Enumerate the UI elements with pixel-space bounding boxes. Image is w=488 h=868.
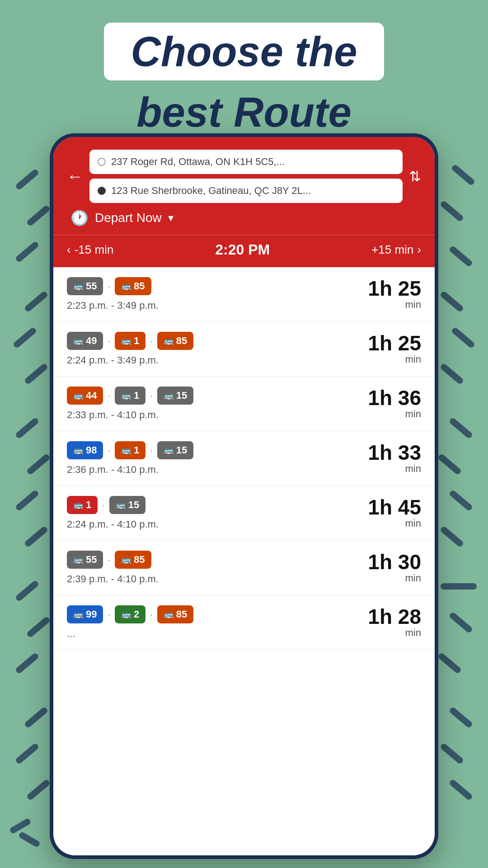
route-badge: 🚌1 xyxy=(67,496,98,514)
route-item[interactable]: 🚌1·🚌152:24 p.m. - 4:10 p.m.1h 45min xyxy=(53,486,435,541)
route-item[interactable]: 🚌98·🚌1·🚌152:36 p.m. - 4:10 p.m.1h 33min xyxy=(53,431,435,486)
destination-text: 123 Rue Sherbrooke, Gatineau, QC J8Y 2L.… xyxy=(111,185,311,197)
route-left: 🚌98·🚌1·🚌152:36 p.m. - 4:10 p.m. xyxy=(67,441,193,476)
swap-button[interactable]: ⇅ xyxy=(409,168,421,185)
bus-icon: 🚌 xyxy=(73,500,83,510)
time-minus-label: -15 min xyxy=(75,243,114,257)
route-left: 🚌49·🚌1·🚌852:24 p.m. - 3:49 p.m. xyxy=(67,332,193,366)
destination-dot-icon xyxy=(98,187,106,195)
app-header: ← 237 Roger Rd, Ottawa, ON K1H 5C5,... 1… xyxy=(53,137,435,235)
route-badges: 🚌99·🚌2·🚌85 xyxy=(67,605,193,623)
badge-separator: · xyxy=(150,609,153,620)
bus-icon: 🚌 xyxy=(73,555,83,565)
route-item[interactable]: 🚌99·🚌2·🚌85...1h 28min xyxy=(53,595,435,650)
route-time-range: 2:24 p.m. - 3:49 p.m. xyxy=(67,354,193,366)
phone-screen: ← 237 Roger Rd, Ottawa, ON K1H 5C5,... 1… xyxy=(53,137,435,855)
duration-bold: 1h 28 xyxy=(368,606,421,627)
badge-number: 85 xyxy=(134,554,145,566)
badge-number: 99 xyxy=(86,609,97,620)
clock-icon: 🕐 xyxy=(70,209,89,226)
badge-separator: · xyxy=(108,555,110,565)
route-right: 1h 36min xyxy=(368,387,421,420)
route-badge: 🚌15 xyxy=(157,387,193,405)
badge-number: 55 xyxy=(86,280,97,292)
bus-icon: 🚌 xyxy=(73,281,83,291)
badge-separator: · xyxy=(108,281,110,292)
bus-icon: 🚌 xyxy=(164,336,174,346)
header-box: Choose the xyxy=(104,23,385,80)
badge-number: 85 xyxy=(134,280,145,292)
badge-separator: · xyxy=(108,445,110,456)
bus-icon: 🚌 xyxy=(121,555,131,565)
duration-min: min xyxy=(368,572,421,584)
badge-number: 1 xyxy=(134,444,139,456)
duration-bold: 1h 33 xyxy=(368,442,421,463)
duration-bold: 1h 45 xyxy=(368,497,421,518)
swap-icon: ⇅ xyxy=(409,168,421,185)
route-badge: 🚌49 xyxy=(67,332,103,350)
route-item[interactable]: 🚌49·🚌1·🚌852:24 p.m. - 3:49 p.m.1h 25min xyxy=(53,322,435,377)
time-minus-button[interactable]: ‹ -15 min xyxy=(67,243,113,257)
bus-icon: 🚌 xyxy=(121,609,131,619)
route-badge: 🚌15 xyxy=(109,496,145,514)
badge-separator: · xyxy=(150,391,153,401)
badge-number: 44 xyxy=(86,390,97,401)
route-badge: 🚌1 xyxy=(115,441,145,459)
origin-text: 237 Roger Rd, Ottawa, ON K1H 5C5,... xyxy=(111,156,285,168)
bus-icon: 🚌 xyxy=(73,391,83,401)
time-nav: ‹ -15 min 2:20 PM +15 min › xyxy=(53,235,435,267)
badge-separator: · xyxy=(150,336,153,346)
time-plus-button[interactable]: +15 min › xyxy=(371,243,421,257)
heading-line1: Choose the xyxy=(131,31,357,72)
duration-min: min xyxy=(368,299,421,311)
phone-mockup: ← 237 Roger Rd, Ottawa, ON K1H 5C5,... 1… xyxy=(50,133,438,859)
badge-separator: · xyxy=(108,609,110,620)
route-time-range: 2:39 p.m. - 4:10 p.m. xyxy=(67,573,159,585)
badge-number: 85 xyxy=(176,609,187,620)
route-badges: 🚌1·🚌15 xyxy=(67,496,159,514)
bus-icon: 🚌 xyxy=(121,445,131,455)
route-item[interactable]: 🚌44·🚌1·🚌152:33 p.m. - 4:10 p.m.1h 36min xyxy=(53,377,435,431)
bus-icon: 🚌 xyxy=(164,609,174,619)
route-badge: 🚌1 xyxy=(115,332,145,350)
heading-line2: best Route xyxy=(136,90,351,135)
duration-bold: 1h 30 xyxy=(368,552,421,572)
chevron-left-icon: ‹ xyxy=(67,243,71,257)
chevron-down-icon[interactable]: ▾ xyxy=(168,212,174,224)
badge-number: 2 xyxy=(134,609,139,620)
search-row: ← 237 Roger Rd, Ottawa, ON K1H 5C5,... 1… xyxy=(67,150,421,203)
origin-dot-icon xyxy=(98,158,106,166)
route-left: 🚌55·🚌852:23 p.m. - 3:49 p.m. xyxy=(67,277,159,311)
duration-min: min xyxy=(368,408,421,420)
origin-field[interactable]: 237 Roger Rd, Ottawa, ON K1H 5C5,... xyxy=(89,150,403,174)
duration-bold: 1h 36 xyxy=(368,387,421,408)
route-time-range: ... xyxy=(67,628,193,640)
badge-number: 1 xyxy=(86,499,91,511)
route-badges: 🚌55·🚌85 xyxy=(67,551,159,569)
route-badge: 🚌55 xyxy=(67,277,103,295)
time-plus-label: +15 min xyxy=(371,243,413,257)
bus-icon: 🚌 xyxy=(73,336,83,346)
badge-number: 49 xyxy=(86,335,97,347)
destination-field[interactable]: 123 Rue Sherbrooke, Gatineau, QC J8Y 2L.… xyxy=(89,179,403,203)
bus-icon: 🚌 xyxy=(73,609,83,619)
route-left: 🚌1·🚌152:24 p.m. - 4:10 p.m. xyxy=(67,496,159,530)
route-badge: 🚌85 xyxy=(157,332,193,350)
route-time-range: 2:24 p.m. - 4:10 p.m. xyxy=(67,519,159,530)
bus-icon: 🚌 xyxy=(121,281,131,291)
route-item[interactable]: 🚌55·🚌852:39 p.m. - 4:10 p.m.1h 30min xyxy=(53,541,435,595)
back-button[interactable]: ← xyxy=(67,167,83,186)
route-time-range: 2:33 p.m. - 4:10 p.m. xyxy=(67,409,193,421)
route-badge: 🚌15 xyxy=(157,441,193,459)
badge-separator: · xyxy=(102,500,105,510)
route-left: 🚌99·🚌2·🚌85... xyxy=(67,605,193,640)
badge-separator: · xyxy=(150,445,153,456)
badge-number: 15 xyxy=(176,444,187,456)
route-badge: 🚌85 xyxy=(115,277,151,295)
route-right: 1h 28min xyxy=(368,606,421,639)
route-right: 1h 45min xyxy=(368,497,421,529)
route-item[interactable]: 🚌55·🚌852:23 p.m. - 3:49 p.m.1h 25min xyxy=(53,267,435,322)
route-badge: 🚌1 xyxy=(115,387,145,405)
duration-min: min xyxy=(368,627,421,639)
route-right: 1h 25min xyxy=(368,333,421,365)
